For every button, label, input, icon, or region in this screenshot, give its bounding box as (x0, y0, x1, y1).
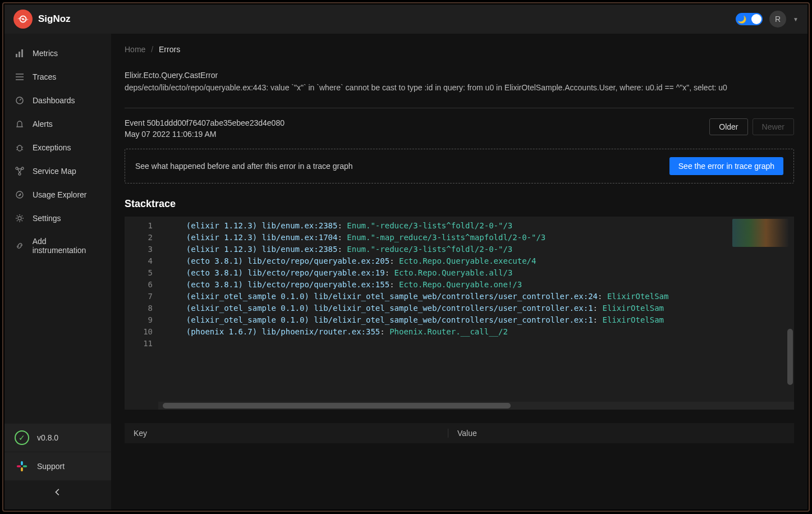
event-timestamp: May 07 2022 11:06:19 AM (125, 130, 285, 139)
slack-icon (15, 459, 29, 474)
error-message: deps/ecto/lib/ecto/repo/queryable.ex:443… (125, 83, 794, 92)
sidebar-item-service-map[interactable]: Service Map (4, 159, 111, 183)
list-icon (15, 72, 25, 82)
sidebar-item-label: Traces (33, 72, 56, 81)
stacktrace-panel: 1234567891011 (elixir 1.12.3) lib/enum.e… (125, 217, 794, 410)
sidebar-item-dashboards[interactable]: Dashboards (4, 89, 111, 112)
older-button[interactable]: Older (709, 118, 747, 135)
stacktrace-title: Stacktrace (125, 198, 794, 210)
caret-down-icon[interactable]: ▼ (793, 16, 799, 22)
sidebar-item-label: Exceptions (33, 143, 71, 152)
sidebar-item-label: Metrics (33, 49, 58, 58)
svg-rect-21 (21, 467, 23, 471)
stacktrace-line: (ecto 3.8.1) lib/ecto/repo/queryable.ex:… (167, 255, 794, 267)
sidebar-item-label: Usage Explorer (33, 190, 87, 199)
stacktrace-line: (elixir 1.12.3) lib/enum.ex:2385: Enum."… (167, 220, 794, 232)
support-label: Support (37, 462, 65, 471)
sidebar-item-settings[interactable]: Settings (4, 206, 111, 230)
sidebar-collapse-button[interactable] (4, 480, 111, 504)
stacktrace-line: (ecto 3.8.1) lib/ecto/repo/queryable.ex:… (167, 279, 794, 291)
svg-point-9 (17, 145, 22, 151)
version-label: v0.8.0 (37, 433, 58, 442)
newer-button: Newer (753, 118, 794, 135)
bell-icon (15, 119, 25, 129)
svg-rect-2 (16, 54, 17, 57)
network-icon (15, 166, 25, 176)
breadcrumb-home[interactable]: Home (125, 45, 145, 54)
svg-rect-19 (21, 461, 23, 465)
sidebar: Metrics Traces Dashboards (4, 34, 111, 510)
svg-rect-22 (17, 465, 21, 467)
sidebar-item-label: Dashboards (33, 96, 75, 105)
sidebar-item-label: Settings (33, 214, 61, 223)
stacktrace-line: (elixir 1.12.3) lib/enum.ex:1704: Enum."… (167, 232, 794, 244)
sidebar-support[interactable]: Support (4, 452, 111, 480)
stacktrace-line: (phoenix 1.6.7) lib/phoenix/router.ex:35… (167, 326, 794, 338)
divider (125, 108, 794, 108)
dashboard-icon (15, 95, 25, 105)
sidebar-item-add-instrumentation[interactable]: Add instrumentation (4, 230, 111, 261)
check-circle-icon: ✓ (15, 430, 29, 445)
svg-rect-3 (19, 52, 20, 57)
sidebar-item-metrics[interactable]: Metrics (4, 42, 111, 65)
event-id: Event 50b1ddd00f76407abe35ebee23d4e080 (125, 118, 285, 127)
breadcrumb: Home / Errors (125, 45, 794, 54)
stacktrace-line: (elixir_otel_sample 0.1.0) lib/elixir_ot… (167, 291, 794, 302)
sidebar-item-label: Alerts (33, 120, 53, 128)
moon-icon: 🌙 (737, 15, 746, 24)
breadcrumb-separator: / (151, 45, 153, 54)
link-icon (15, 241, 25, 251)
error-title: Elixir.Ecto.Query.CastError (125, 71, 794, 80)
stacktrace-line: (elixir_otel_sample 0.1.0) lib/elixir_ot… (167, 314, 794, 326)
sidebar-item-traces[interactable]: Traces (4, 65, 111, 89)
sidebar-item-usage-explorer[interactable]: Usage Explorer (4, 183, 111, 206)
vertical-scrollbar[interactable] (786, 329, 794, 396)
svg-point-16 (19, 173, 21, 175)
key-value-table: Key Value (125, 423, 794, 443)
stacktrace-code[interactable]: (elixir 1.12.3) lib/enum.ex:2385: Enum."… (158, 217, 794, 410)
theme-toggle[interactable]: 🌙 (736, 13, 763, 25)
see-error-trace-button[interactable]: See the error in trace graph (669, 157, 783, 175)
gear-icon (15, 213, 25, 223)
chevron-left-icon (54, 488, 62, 496)
sidebar-item-exceptions[interactable]: Exceptions (4, 136, 111, 159)
kv-value-header: Value (448, 429, 785, 438)
stacktrace-line: (elixir 1.12.3) lib/enum.ex:2385: Enum."… (167, 244, 794, 255)
sidebar-item-label: Add instrumentation (33, 237, 101, 255)
sidebar-version[interactable]: ✓ v0.8.0 (4, 424, 111, 452)
bar-chart-icon (15, 48, 25, 58)
compass-icon (15, 190, 25, 200)
breadcrumb-current: Errors (159, 45, 180, 54)
brand-name: SigNoz (38, 13, 71, 25)
stacktrace-line (167, 338, 794, 350)
bug-icon (15, 143, 25, 153)
line-gutter: 1234567891011 (125, 217, 158, 410)
main-content: Home / Errors Elixir.Ecto.Query.CastErro… (111, 34, 808, 510)
trace-graph-banner: See what happened before and after this … (125, 149, 794, 183)
sidebar-item-alerts[interactable]: Alerts (4, 112, 111, 136)
app-header: SigNoz 🌙 R ▼ (4, 4, 808, 34)
brand-logo (13, 10, 33, 29)
stacktrace-line: (ecto 3.8.1) lib/ecto/repo/queryable.ex:… (167, 267, 794, 279)
svg-rect-20 (23, 465, 27, 467)
kv-key-header: Key (134, 429, 448, 438)
user-avatar[interactable]: R (769, 11, 786, 27)
trace-banner-message: See what happened before and after this … (135, 162, 353, 171)
code-minimap[interactable] (732, 219, 788, 247)
svg-point-18 (18, 217, 21, 220)
horizontal-scrollbar[interactable] (158, 402, 794, 410)
sidebar-item-label: Service Map (33, 167, 76, 176)
stacktrace-line: (elixir_otel_sample 0.1.0) lib/elixir_ot… (167, 302, 794, 314)
svg-rect-4 (21, 49, 23, 57)
